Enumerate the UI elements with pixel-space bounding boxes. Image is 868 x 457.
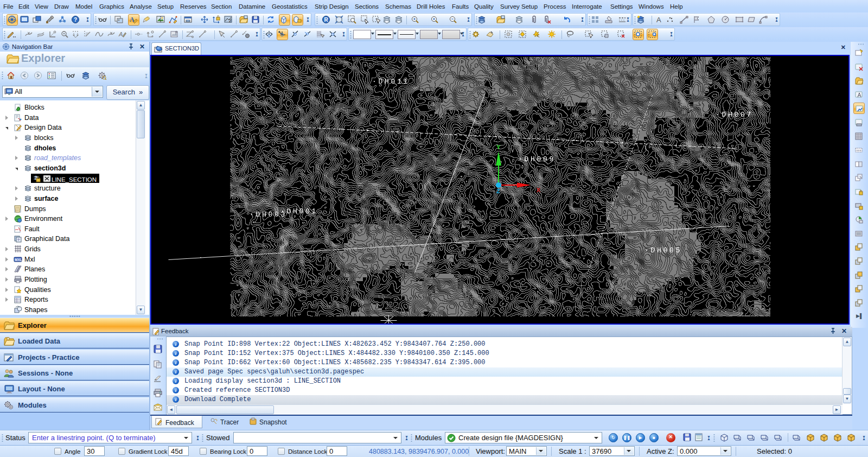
svg-text:?: ? — [74, 17, 77, 23]
svg-text:R: R — [324, 17, 329, 23]
svg-text:Z: Z — [229, 18, 232, 23]
svg-text:A: A — [118, 31, 123, 37]
svg-text:A: A — [656, 16, 661, 24]
svg-text:MXL: MXL — [15, 258, 22, 262]
